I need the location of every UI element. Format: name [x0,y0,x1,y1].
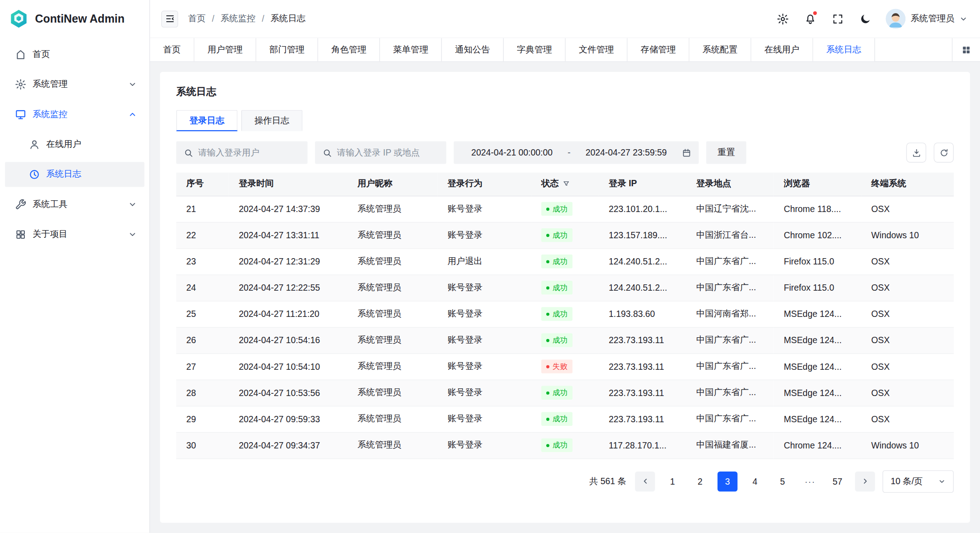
export-button[interactable] [906,142,926,162]
cell-nickname: 系统管理员 [347,274,437,301]
page-tab-system-log[interactable]: 系统日志 [813,38,875,61]
user-menu[interactable]: 系统管理员 [886,9,967,28]
page-button-5[interactable]: 5 [773,471,792,491]
next-page-button[interactable] [855,471,875,491]
table-row: 21 2024-04-27 14:37:39 系统管理员 账号登录 成功 223… [176,196,954,222]
refresh-button[interactable] [934,142,954,162]
cell-index: 24 [176,274,229,301]
tab-operation-log[interactable]: 操作日志 [241,110,303,131]
page-button-4[interactable]: 4 [745,471,765,491]
cell-index: 22 [176,222,229,248]
page-ellipsis-button[interactable]: ··· [800,471,820,491]
sidebar-item-system-tools[interactable]: 系统工具 [5,192,144,217]
sidebar-item-online-users[interactable]: 在线用户 [5,132,144,157]
sidebar-item-system-management[interactable]: 系统管理 [5,72,144,97]
page-tab-online-users[interactable]: 在线用户 [751,38,813,61]
page-button-57[interactable]: 57 [827,471,847,491]
cell-location: 中国广东省广... [686,354,774,380]
table-row: 30 2024-04-27 09:34:37 系统管理员 账号登录 成功 117… [176,432,954,458]
cell-index: 23 [176,248,229,274]
cell-os: OSX [861,380,954,406]
cell-login-time: 2024-04-27 09:34:37 [229,432,347,458]
settings-button[interactable] [776,12,789,25]
cell-index: 28 [176,380,229,406]
cell-status: 成功 [531,274,599,301]
cell-ip: 117.28.170.1... [599,432,686,458]
table-row: 22 2024-04-27 13:31:11 系统管理员 账号登录 成功 123… [176,222,954,248]
sidebar-item-about[interactable]: 关于项目 [5,222,144,247]
menu-collapse-button[interactable] [161,10,178,27]
page-tab-department-management[interactable]: 部门管理 [256,38,318,61]
search-icon [184,148,193,157]
page-size-select[interactable]: 10 条/页 [882,470,954,493]
cell-location: 中国辽宁省沈... [686,196,774,222]
date-range-end[interactable]: 2024-04-27 23:59:59 [576,147,677,157]
tab-login-log[interactable]: 登录日志 [176,110,238,131]
cell-os: Windows 10 [861,222,954,248]
cell-location: 中国广东省广... [686,380,774,406]
cell-ip: 1.193.83.60 [599,301,686,327]
login-user-search-input[interactable] [176,142,307,164]
status-badge: 成功 [541,255,572,268]
filter-toolbar: 2024-04-21 00:00:00 - 2024-04-27 23:59:5… [176,142,954,164]
cell-os: OSX [861,248,954,274]
login-ip-input-field[interactable] [337,147,439,157]
page-tab-role-management[interactable]: 角色管理 [318,38,380,61]
sidebar-item-system-log[interactable]: 系统日志 [5,162,144,187]
cell-browser: MSEdge 124... [774,406,862,432]
cell-behavior: 账号登录 [437,274,531,301]
page-tab-home[interactable]: 首页 [150,38,194,61]
page-tab-user-management[interactable]: 用户管理 [194,38,256,61]
sidebar-item-home[interactable]: 首页 [5,42,144,67]
tab-list-button[interactable] [952,38,980,61]
page-button-3[interactable]: 3 [717,471,737,491]
prev-page-button[interactable] [635,471,655,491]
filter-icon[interactable] [563,180,570,188]
pagination: 共 561 条 1 2 3 4 5 ··· 57 [176,470,954,493]
date-range-start[interactable]: 2024-04-21 00:00:00 [461,147,563,157]
page-button-1[interactable]: 1 [662,471,682,491]
sidebar-item-label: 首页 [33,49,50,60]
page-tab-notice[interactable]: 通知公告 [442,38,504,61]
cell-index: 30 [176,432,229,458]
date-range-picker[interactable]: 2024-04-21 00:00:00 - 2024-04-27 23:59:5… [454,142,699,164]
sidebar-item-system-monitor[interactable]: 系统监控 [5,102,144,127]
cell-browser: MSEdge 124... [774,354,862,380]
cell-browser: MSEdge 124... [774,380,862,406]
page-tab-storage-management[interactable]: 存储管理 [628,38,689,61]
fullscreen-icon [831,13,843,24]
page-tab-file-management[interactable]: 文件管理 [566,38,628,61]
page-tab-menu-management[interactable]: 菜单管理 [380,38,442,61]
cell-os: OSX [861,301,954,327]
cell-login-time: 2024-04-27 09:59:33 [229,406,347,432]
page-button-2[interactable]: 2 [690,471,710,491]
brand[interactable]: ContiNew Admin [0,0,150,38]
cell-login-time: 2024-04-27 10:53:56 [229,380,347,406]
brand-logo-icon [9,9,28,28]
cell-status: 成功 [531,301,599,327]
sidebar: ContiNew Admin 首页 系统管理 [0,0,150,533]
login-ip-search-input[interactable] [315,142,446,164]
cell-login-time: 2024-04-27 10:54:16 [229,327,347,353]
page-tab-dict-management[interactable]: 字典管理 [504,38,566,61]
cell-behavior: 账号登录 [437,354,531,380]
page-tab-system-config[interactable]: 系统配置 [689,38,751,61]
cell-index: 27 [176,354,229,380]
login-user-input-field[interactable] [198,147,300,157]
dark-mode-button[interactable] [858,12,872,25]
topbar-actions: 系统管理员 [776,9,968,28]
table-row: 27 2024-04-27 10:54:10 系统管理员 账号登录 失败 223… [176,354,954,380]
table-row: 29 2024-04-27 09:59:33 系统管理员 账号登录 成功 223… [176,406,954,432]
status-badge: 成功 [541,412,572,426]
breadcrumb-home[interactable]: 首页 [188,13,206,24]
tool-icon [15,199,26,210]
cell-status: 成功 [531,406,599,432]
status-badge: 成功 [541,307,572,321]
fullscreen-button[interactable] [830,12,844,25]
breadcrumb-section[interactable]: 系统监控 [220,13,255,24]
notifications-button[interactable] [803,12,817,25]
cell-index: 26 [176,327,229,353]
reset-button[interactable]: 重置 [706,142,746,164]
cell-login-time: 2024-04-27 12:22:55 [229,274,347,301]
cell-location: 中国浙江省台... [686,222,774,248]
